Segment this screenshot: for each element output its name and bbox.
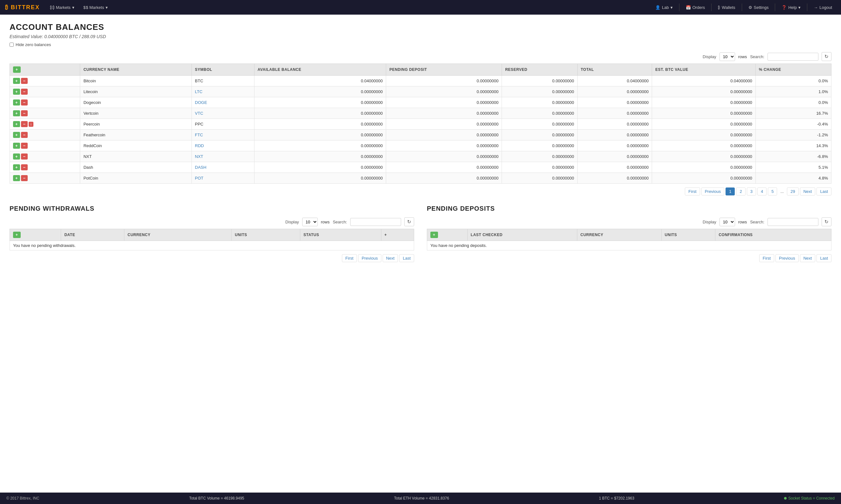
symbol-link-2[interactable]: DOGE [195, 100, 207, 105]
reserved-3: 0.00000000 [502, 108, 578, 119]
d-previous-btn[interactable]: Previous [775, 254, 799, 262]
deposit-btn-7[interactable]: + [13, 154, 20, 160]
symbol-link-5[interactable]: FTC [195, 132, 203, 137]
add-header: + [10, 64, 80, 76]
hide-zero-checkbox[interactable] [10, 42, 14, 47]
nav-divider-5 [807, 3, 807, 11]
symbol-link-3[interactable]: VTC [195, 111, 203, 116]
deposit-btn-9[interactable]: + [13, 175, 20, 181]
nav-usd-markets[interactable]: $ $ Markets ▾ [80, 3, 111, 12]
row-actions-3: + − [10, 108, 80, 119]
change-0: 0.0% [755, 76, 831, 87]
withdraw-btn-7[interactable]: − [21, 154, 28, 160]
display-select[interactable]: 10 25 50 [720, 52, 735, 61]
d-next-btn[interactable]: Next [800, 254, 816, 262]
deposit-btn-0[interactable]: + [13, 78, 20, 84]
w-refresh-button[interactable]: ↻ [404, 217, 414, 226]
table-row: + − Vertcoin VTC 0.00000000 0.00000000 0… [10, 108, 831, 119]
page-title: ACCOUNT BALANCES [10, 22, 831, 32]
pagination-previous[interactable]: Previous [701, 187, 725, 195]
pagination-last[interactable]: Last [817, 187, 831, 195]
pending-4: 0.00000000 [386, 119, 502, 130]
symbol-link-9[interactable]: POT [195, 176, 204, 180]
info-btn-4[interactable]: i [29, 122, 33, 127]
w-search-input[interactable] [350, 218, 401, 226]
nav-divider [679, 3, 680, 11]
btc-icon: ₿ [50, 5, 52, 10]
d-search-input[interactable] [768, 218, 819, 226]
total-3: 0.00000000 [577, 108, 652, 119]
deposit-btn-8[interactable]: + [13, 164, 20, 170]
withdraw-btn-6[interactable]: − [21, 143, 28, 149]
pagination-page-5[interactable]: 5 [768, 187, 777, 195]
pagination-page-1[interactable]: 1 [725, 187, 735, 195]
w-first-btn[interactable]: First [342, 254, 357, 262]
refresh-button[interactable]: ↻ [822, 52, 831, 61]
available-7: 0.00000000 [254, 151, 386, 162]
nav-help[interactable]: ❓ Help ▾ [778, 3, 804, 12]
nav-settings[interactable]: ⚙ Settings [744, 3, 773, 12]
d-refresh-button[interactable]: ↻ [822, 217, 831, 226]
symbol-link-6[interactable]: RDD [195, 143, 204, 148]
currency-name-8: Dash [80, 162, 191, 173]
total-2: 0.00000000 [577, 97, 652, 108]
row-actions-8: + − [10, 162, 80, 173]
btc-value-0: 0.04000000 [652, 76, 756, 87]
withdraw-btn-1[interactable]: − [21, 89, 28, 95]
w-col-date: DATE [61, 229, 124, 241]
pagination-page-4[interactable]: 4 [757, 187, 767, 195]
change-4: -0.4% [755, 119, 831, 130]
w-col-currency: CURRENCY [124, 229, 231, 241]
w-previous-btn[interactable]: Previous [358, 254, 381, 262]
withdraw-btn-8[interactable]: − [21, 164, 28, 170]
nav-orders[interactable]: 📅 Orders [682, 3, 709, 12]
nav-lab[interactable]: 👤 Lab ▾ [651, 3, 676, 12]
w-last-btn[interactable]: Last [399, 254, 414, 262]
table-row: + − NXT NXT 0.00000000 0.00000000 0.0000… [10, 151, 831, 162]
col-available-balance: AVAILABLE BALANCE [254, 64, 386, 76]
symbol-link-1[interactable]: LTC [195, 89, 203, 94]
w-display-select[interactable]: 10 25 50 [302, 218, 318, 226]
withdraw-btn-4[interactable]: − [21, 121, 28, 127]
deposit-btn-2[interactable]: + [13, 100, 20, 106]
col-pending-deposit: PENDING DEPOSIT [386, 64, 502, 76]
withdraw-btn-0[interactable]: − [21, 78, 28, 84]
pagination-first[interactable]: First [685, 187, 700, 195]
hide-zero-label[interactable]: Hide zero balances [10, 42, 831, 47]
available-4: 0.00000000 [254, 119, 386, 130]
withdraw-btn-9[interactable]: − [21, 175, 28, 181]
d-first-btn[interactable]: First [759, 254, 774, 262]
reserved-2: 0.00000000 [502, 97, 578, 108]
deposit-btn-3[interactable]: + [13, 110, 20, 116]
pagination-page-29[interactable]: 29 [787, 187, 799, 195]
search-input[interactable] [768, 53, 819, 61]
withdraw-btn-3[interactable]: − [21, 110, 28, 116]
deposit-btn-1[interactable]: + [13, 89, 20, 95]
w-next-btn[interactable]: Next [383, 254, 398, 262]
add-all-button[interactable]: + [13, 67, 21, 73]
deposit-btn-5[interactable]: + [13, 132, 20, 138]
deposit-btn-4[interactable]: + [13, 121, 20, 127]
d-last-btn[interactable]: Last [817, 254, 831, 262]
symbol-link-8[interactable]: DASH [195, 165, 206, 170]
symbol-link-7[interactable]: NXT [195, 154, 203, 159]
brand-logo[interactable]: ₿ BITTREX [5, 4, 40, 11]
d-display-select[interactable]: 10 25 50 [720, 218, 735, 226]
table-row: + − ReddCoin RDD 0.00000000 0.00000000 0… [10, 141, 831, 151]
table-row: You have no pending deposits. [427, 241, 831, 250]
nav-wallets[interactable]: ₿ Wallets [714, 3, 739, 12]
pagination-next[interactable]: Next [800, 187, 816, 195]
deposit-btn-6[interactable]: + [13, 143, 20, 149]
nav-logout[interactable]: → Logout [810, 3, 836, 12]
d-rows-label: rows [738, 220, 747, 224]
pagination-page-3[interactable]: 3 [747, 187, 756, 195]
lab-icon: 👤 [655, 5, 660, 10]
pagination-page-2[interactable]: 2 [736, 187, 745, 195]
withdraw-btn-5[interactable]: − [21, 132, 28, 138]
currency-name-7: NXT [80, 151, 191, 162]
withdraw-btn-2[interactable]: − [21, 100, 28, 106]
balances-table-controls: Display 10 25 50 rows Search: ↻ [10, 52, 831, 61]
total-4: 0.00000000 [577, 119, 652, 130]
btc-value-5: 0.00000000 [652, 130, 756, 141]
nav-btc-markets[interactable]: ₿ ₿ Markets ▾ [46, 3, 78, 12]
